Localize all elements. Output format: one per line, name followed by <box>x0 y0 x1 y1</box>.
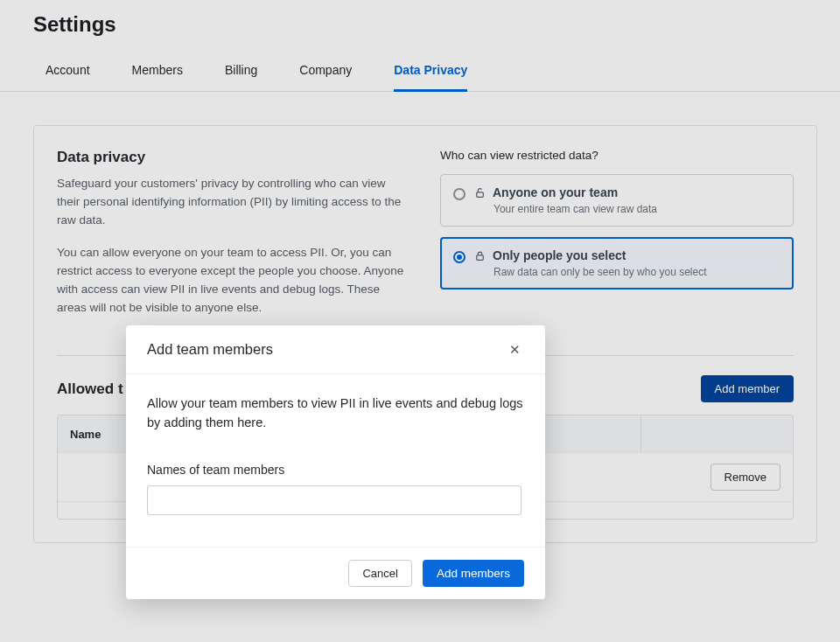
team-members-field-label: Names of team members <box>147 463 524 477</box>
add-team-members-modal: Add team members ✕ Allow your team membe… <box>126 325 545 599</box>
cancel-button[interactable]: Cancel <box>348 560 411 587</box>
team-members-input[interactable] <box>147 485 522 515</box>
modal-title: Add team members <box>147 341 273 358</box>
modal-description: Allow your team members to view PII in l… <box>147 394 524 433</box>
close-icon[interactable]: ✕ <box>506 341 524 358</box>
add-members-button[interactable]: Add members <box>423 560 524 587</box>
